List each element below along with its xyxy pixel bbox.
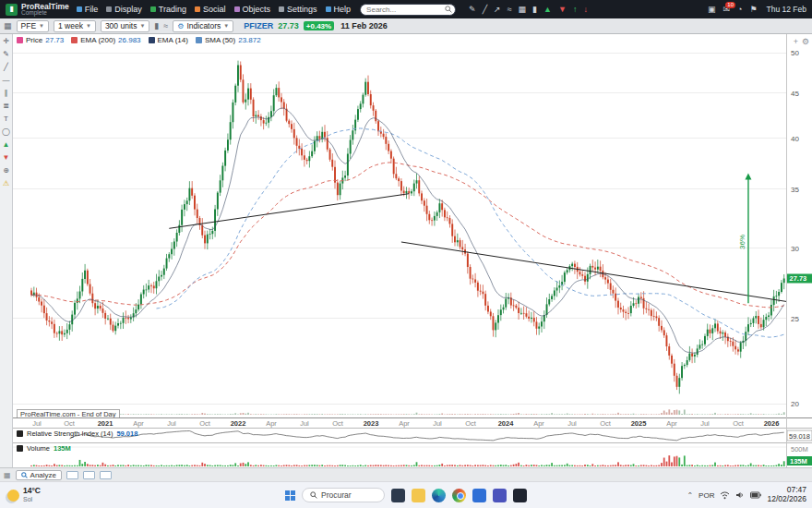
zoom-tool-icon[interactable]: ⊕ — [3, 167, 9, 175]
text-tool-icon[interactable]: T — [4, 115, 8, 123]
start-button[interactable] — [285, 490, 295, 501]
time-tick-2023: 2023 — [360, 419, 382, 428]
svg-text:27.73: 27.73 — [790, 274, 807, 283]
timeframe-label: 1 week — [58, 21, 83, 30]
top-tool-icons: ✎╱↗≈▦▮▲▼↑↓ — [469, 6, 588, 14]
ellipse-tool-icon[interactable]: ◯ — [2, 128, 10, 136]
legend-sma-50: SMA (50)23.872 — [196, 36, 261, 44]
edge-icon[interactable] — [432, 489, 446, 502]
wifi-icon[interactable] — [720, 490, 730, 500]
search-icon — [445, 6, 452, 13]
channel-tool-icon[interactable]: ∥ — [5, 90, 8, 97]
horizontal-line-tool-icon[interactable]: — — [3, 77, 10, 84]
indicators-label: Indicators — [186, 21, 221, 30]
analyze-button[interactable]: Analyze — [16, 470, 62, 480]
chart-style-candlestick-icon[interactable]: ▮ — [154, 21, 159, 30]
legend-ema-14: EMA (14) — [149, 36, 188, 44]
time-tick-Jul: Jul — [426, 419, 448, 428]
cursor-tool-icon[interactable]: ✛ — [3, 38, 9, 45]
trendline-tool-icon[interactable]: ╱ — [4, 64, 8, 71]
wave-icon[interactable]: ≈ — [508, 6, 512, 14]
workspace-tab-3[interactable] — [100, 471, 112, 479]
time-tick-Oct: Oct — [194, 419, 216, 428]
weather-sun-icon — [7, 490, 19, 502]
system-tray: ⌃ POR 07:47 12/02/2026 — [687, 486, 806, 504]
price-chart[interactable]: 2025303540455036%27.73 — [13, 34, 812, 417]
menu-display[interactable]: Display — [106, 5, 142, 14]
units-label: 300 units — [105, 21, 137, 30]
store-icon[interactable] — [472, 489, 486, 502]
fibonacci-icon[interactable]: ▦ — [519, 6, 527, 14]
svg-text:59.018: 59.018 — [789, 432, 810, 441]
terminal-icon[interactable] — [513, 489, 527, 502]
menu-help[interactable]: Help — [326, 5, 352, 14]
task-view-icon[interactable] — [391, 489, 405, 502]
analyze-magnifier-icon — [21, 472, 28, 478]
candlestick-icon[interactable]: ▮ — [532, 6, 537, 14]
time-axis[interactable]: JulOct2021AprJulOct2022AprJulOct2023AprJ… — [13, 417, 812, 428]
time-tick-Oct: Oct — [327, 419, 349, 428]
layout-grid-icon[interactable]: ▦ — [4, 21, 12, 30]
global-search[interactable] — [360, 4, 456, 16]
pencil-icon[interactable]: ✎ — [469, 6, 476, 14]
buy-arrow-tool-icon[interactable]: ▲ — [3, 141, 10, 149]
chrome-icon[interactable] — [452, 489, 466, 502]
chart-row: ✛✎╱—∥≣T◯▲▼⊕⚠ 2025303540455036%27.73 Pric… — [0, 34, 812, 467]
menu-trading[interactable]: Trading — [150, 5, 186, 14]
battery-icon[interactable] — [750, 491, 761, 499]
zoom-in-icon[interactable]: + — [794, 37, 798, 46]
sell-arrow-tool-icon[interactable]: ▼ — [3, 154, 10, 162]
change-badge: +0.43% — [304, 21, 334, 30]
menu-social[interactable]: Social — [195, 5, 226, 14]
indicators-button[interactable]: ⚙ Indicators ▼ — [173, 20, 233, 32]
menu-file-icon — [77, 6, 82, 12]
buy-order-icon[interactable]: ↑ — [573, 6, 578, 14]
workspace-tab-1[interactable] — [66, 471, 78, 479]
segment-icon[interactable]: ╱ — [483, 6, 487, 14]
svg-text:30: 30 — [791, 245, 799, 253]
menu-objects[interactable]: Objects — [234, 5, 271, 14]
svg-text:135M: 135M — [790, 457, 807, 466]
chart-area: 2025303540455036%27.73 Price27.73EMA (20… — [13, 34, 812, 467]
chart-settings-icon[interactable]: ⚙ — [802, 37, 809, 46]
apps-icon[interactable]: ⚑ — [749, 6, 757, 14]
chevron-down-icon: ▼ — [86, 23, 91, 29]
top-menu-bar: ▮ ProRealTime Complete FileDisplayTradin… — [0, 0, 812, 18]
chat-icon[interactable]: ✉10 — [722, 6, 730, 14]
menu-settings-icon — [279, 6, 284, 12]
file-explorer-icon[interactable] — [412, 489, 425, 502]
prorealtime-window: ▮ ProRealTime Complete FileDisplayTradin… — [0, 0, 812, 508]
pencil-tool-icon[interactable]: ✎ — [3, 51, 9, 58]
search-input[interactable] — [360, 4, 456, 16]
short-position-icon[interactable]: ▼ — [558, 6, 567, 14]
symbol-selector[interactable]: PFE▼ — [17, 20, 49, 32]
time-tick-Apr: Apr — [260, 419, 282, 428]
trend-arrow-icon[interactable]: ↗ — [494, 6, 501, 14]
svg-text:40: 40 — [791, 135, 799, 143]
volume-icon[interactable] — [735, 490, 745, 500]
tray-chevron-icon[interactable]: ⌃ — [687, 491, 693, 500]
sell-order-icon[interactable]: ↓ — [583, 6, 588, 14]
menu-file[interactable]: File — [77, 5, 99, 14]
chart-style-line-icon[interactable]: ≈ — [163, 21, 168, 30]
current-date: Thu 12 Feb — [767, 5, 806, 14]
volume-chart[interactable]: 500M135M — [13, 443, 812, 467]
workspace-tab-2[interactable] — [83, 471, 95, 479]
workspace-icon[interactable]: ▣ — [708, 6, 716, 14]
instrument-toolbar: ▦ PFE▼ 1 week▼ 300 units▼ ▮ ≈ ⚙ Indicato… — [0, 18, 812, 34]
clock-icon[interactable]: ◔ — [737, 6, 742, 14]
menu-settings[interactable]: Settings — [279, 5, 317, 14]
timeframe-selector[interactable]: 1 week▼ — [54, 20, 96, 32]
long-position-icon[interactable]: ▲ — [543, 6, 552, 14]
teams-icon[interactable] — [493, 489, 507, 502]
weather-widget[interactable]: 14°C Sol — [7, 487, 41, 502]
fibonacci-tool-icon[interactable]: ≣ — [3, 103, 9, 110]
alert-tool-icon[interactable]: ⚠ — [3, 180, 9, 187]
svg-text:500M: 500M — [791, 445, 808, 454]
units-selector[interactable]: 300 units▼ — [101, 20, 149, 32]
time-tick-Jul: Jul — [26, 419, 48, 428]
taskbar-search[interactable]: Procurar — [302, 488, 385, 502]
drawing-toolbar: ✛✎╱—∥≣T◯▲▼⊕⚠ — [0, 34, 13, 467]
language-indicator[interactable]: POR — [699, 491, 714, 500]
taskbar-clock[interactable]: 07:47 12/02/2026 — [767, 486, 806, 504]
